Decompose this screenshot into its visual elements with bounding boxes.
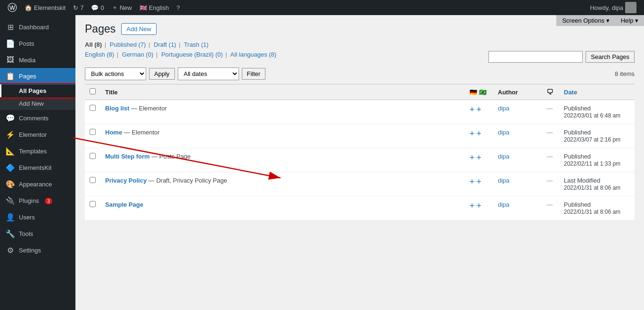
plus-icon-br[interactable]: + [477,153,482,163]
row-title-cell: Multi Step form — Posts Page [100,148,465,172]
filter-button[interactable]: Filter [242,68,266,80]
sidebar-item-elementor[interactable]: ⚡ Elementor [0,126,75,143]
adminbar-site[interactable]: 🏠 Elementskit [21,0,69,15]
row-checkbox[interactable] [90,105,96,111]
row-flags-cell: + + [465,148,493,172]
apply-button[interactable]: Apply [149,68,175,80]
adminbar-updates[interactable]: ↻ 7 [69,0,87,15]
row-checkbox[interactable] [90,153,96,159]
search-pages-button[interactable]: Search Pages [586,51,635,63]
sidebar-item-appearance[interactable]: 🎨 Appearance [0,176,75,193]
col-header-title: Title [100,84,465,100]
row-date-cell: Published 2022/01/31 at 8:06 am [559,196,635,220]
sidebar-item-label: Plugins [19,197,39,204]
posts-icon: 📄 [6,39,15,48]
sidebar-item-plugins[interactable]: 🔌 Plugins 3 [0,193,75,209]
plus-icon-de[interactable]: + [470,201,475,211]
row-checkbox[interactable] [90,129,96,135]
author-link[interactable]: dipa [498,201,510,208]
filter-all[interactable]: All (8) [85,41,102,48]
filter-draft[interactable]: Draft (1) [154,41,176,48]
author-link[interactable]: dipa [498,129,510,136]
page-title-link[interactable]: Privacy Policy [105,177,147,184]
plus-icon-de[interactable]: + [470,177,475,187]
author-link[interactable]: dipa [498,153,510,160]
help-button[interactable]: Help ▾ [615,15,644,26]
sidebar-item-dashboard[interactable]: ⊞ Dashboard [0,19,75,35]
sidebar: ⊞ Dashboard 📄 Posts 🖼 Media 📋 Pages All … [0,15,75,310]
table-row: Blog list — Elementor + + dipa — [85,100,635,124]
language-label: English [149,4,169,11]
row-author-cell: dipa [493,100,540,124]
lang-english[interactable]: English (8) [85,51,114,58]
tools-icon: 🔧 [6,229,15,238]
bulk-actions-select[interactable]: Bulk actions [85,67,146,80]
users-icon: 👤 [6,213,15,222]
plus-icon-br[interactable]: + [477,177,482,187]
sidebar-item-elementskit[interactable]: 🔷 ElementsKit [0,159,75,176]
sidebar-item-tools[interactable]: 🔧 Tools [0,226,75,242]
elementor-icon: ⚡ [6,130,15,139]
screen-options-button[interactable]: Screen Options ▾ [556,15,615,26]
dashboard-icon: ⊞ [6,23,15,32]
sidebar-item-posts[interactable]: 📄 Posts [0,35,75,52]
sidebar-item-users[interactable]: 👤 Users [0,209,75,226]
lang-portuguese[interactable]: Portuguese (Brazil) (0) [161,51,223,58]
sidebar-item-label: ElementsKit [19,164,51,171]
plus-icon-de[interactable]: + [470,105,475,115]
top-right-buttons: Screen Options ▾ Help ▾ [556,15,644,26]
filter-published[interactable]: Published (7) [110,41,146,48]
flag-plus-icons: + + [470,105,488,115]
plus-icon-de[interactable]: + [470,153,475,163]
author-link[interactable]: dipa [498,177,510,184]
row-checkbox[interactable] [90,177,96,183]
date-status: Published [564,201,591,208]
adminbar-comments[interactable]: 💬 0 [87,0,107,15]
row-title-cell: Blog list — Elementor [100,100,465,124]
author-link[interactable]: dipa [498,105,510,112]
sidebar-subitem-all-pages[interactable]: All Pages [0,84,75,97]
lang-all[interactable]: All languages (8) [231,51,277,58]
dates-select[interactable]: All dates [178,67,239,80]
sidebar-subitem-add-new[interactable]: Add New [0,97,75,110]
sidebar-item-label: Pages [19,73,36,80]
page-title-link[interactable]: Home [105,129,122,136]
select-all-checkbox[interactable] [90,88,96,94]
sidebar-item-media[interactable]: 🖼 Media [0,52,75,68]
sidebar-item-comments[interactable]: 💬 Comments [0,110,75,126]
adminbar-logo[interactable]: ⓦ [4,0,21,15]
pages-table: Title 🇩🇪 🇧🇷 Author 🗨 Date [85,84,635,220]
avatar [625,2,636,13]
sidebar-item-pages[interactable]: 📋 Pages [0,68,75,84]
page-title-link[interactable]: Multi Step form [105,153,150,160]
plugins-badge: 3 [45,198,52,204]
col-header-date[interactable]: Date [559,84,635,100]
new-icon: ＋ [112,3,118,12]
plus-icon-br[interactable]: + [477,129,482,139]
adminbar-language[interactable]: 🇬🇧 English [136,0,173,15]
lang-german[interactable]: German (0) [122,51,153,58]
row-checkbox[interactable] [90,201,96,207]
adminbar-new[interactable]: ＋ New [108,0,136,15]
plus-icon-br[interactable]: + [477,201,482,211]
plus-icon-de[interactable]: + [470,129,475,139]
plus-icon-br[interactable]: + [477,105,482,115]
page-title-link[interactable]: Sample Page [105,201,143,208]
table-header-row: Title 🇩🇪 🇧🇷 Author 🗨 Date [85,84,635,100]
sidebar-item-label: Appearance [19,181,52,188]
page-title-link[interactable]: Blog list [105,105,129,112]
sidebar-item-label: Elementor [19,131,47,138]
filter-trash[interactable]: Trash (1) [184,41,208,48]
row-comment-cell: — [540,196,559,220]
comments-icon: 💬 [91,4,99,11]
search-input[interactable] [488,51,583,63]
page-title: Pages [85,23,116,35]
flag-plus-icons: + + [470,153,488,163]
sidebar-item-settings[interactable]: ⚙ Settings [0,242,75,259]
add-new-button[interactable]: Add New [121,23,157,35]
row-comment-cell: — [540,100,559,124]
filter-links: All (8) | Published (7) | Draft (1) | Tr… [85,41,635,48]
row-flags-cell: + + [465,172,493,196]
sidebar-item-templates[interactable]: 📐 Templates [0,143,75,159]
adminbar-help[interactable]: ? [173,0,183,15]
